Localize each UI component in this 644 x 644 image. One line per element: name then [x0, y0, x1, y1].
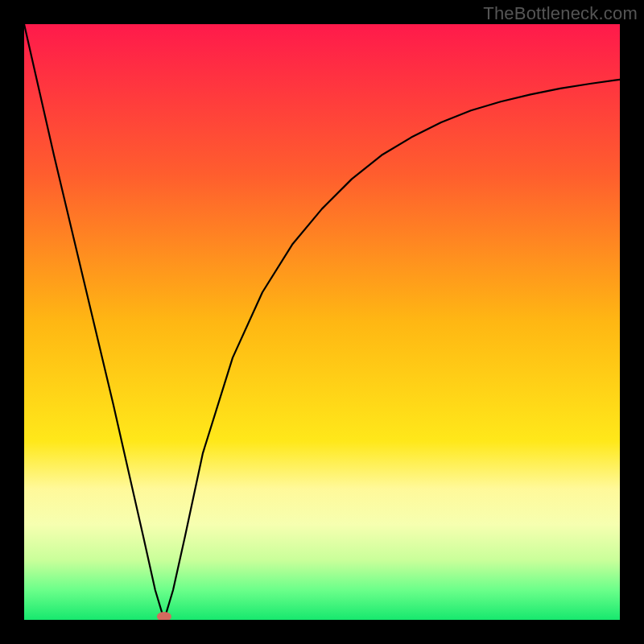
chart-frame: TheBottleneck.com — [0, 0, 644, 644]
chart-plot — [24, 24, 620, 620]
watermark-label: TheBottleneck.com — [483, 3, 638, 24]
gradient-background — [24, 24, 620, 620]
